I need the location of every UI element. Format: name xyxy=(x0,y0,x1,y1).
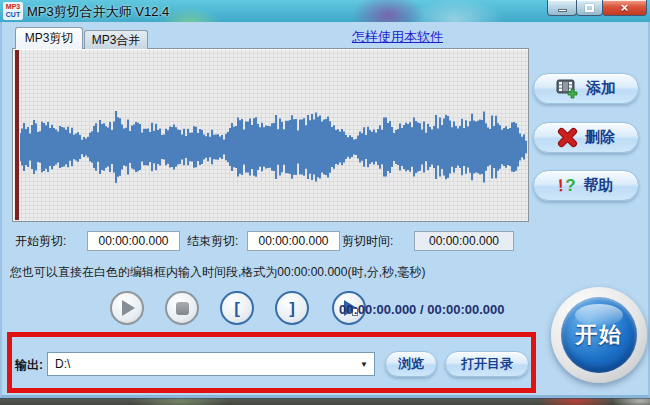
tab-mp3-cut[interactable]: MP3剪切 xyxy=(15,27,83,49)
cut-duration-field: 00:00:00.000 xyxy=(414,231,514,251)
stop-icon xyxy=(176,302,189,315)
open-directory-button-label: 打开目录 xyxy=(461,355,513,373)
help-icon: !? xyxy=(558,176,576,196)
start-cut-label: 开始剪切: xyxy=(15,233,66,250)
mark-start-button[interactable]: [ xyxy=(220,291,254,325)
start-cut-input[interactable] xyxy=(87,231,180,251)
waveform-path xyxy=(20,111,526,183)
mark-start-icon: [ xyxy=(234,300,240,317)
waveform-panel[interactable] xyxy=(12,48,529,222)
how-to-use-link[interactable]: 怎样使用本软件 xyxy=(352,28,443,46)
close-icon: × xyxy=(621,1,629,14)
desktop-background: MP3 CUT MP3剪切合并大师 V12.4 × MP3剪切 xyxy=(0,0,650,405)
mark-end-button[interactable]: ] xyxy=(275,291,309,325)
open-directory-button[interactable]: 打开目录 xyxy=(445,351,529,377)
play-icon xyxy=(122,300,135,316)
tab-mp3-merge-label: MP3合并 xyxy=(92,32,141,49)
title-bar: MP3 CUT MP3剪切合并大师 V12.4 × xyxy=(0,0,650,22)
maximize-icon xyxy=(585,4,594,12)
browse-button-label: 浏览 xyxy=(398,355,424,373)
delete-button[interactable]: 删除 xyxy=(533,122,639,153)
close-button[interactable]: × xyxy=(602,0,647,16)
question-icon: ? xyxy=(565,176,576,196)
end-cut-label: 结束剪切: xyxy=(187,233,238,250)
filmstrip-add-icon xyxy=(556,78,579,99)
app-icon-text-cut: CUT xyxy=(6,11,20,19)
hint-text: 您也可以直接在白色的编辑框内输入时间段,格式为00:00:00.000(时,分,… xyxy=(10,264,425,281)
red-x-icon xyxy=(557,127,578,148)
playhead-marker xyxy=(15,50,19,220)
minimize-icon xyxy=(558,9,567,12)
app-icon-text-mp3: MP3 xyxy=(6,3,20,11)
minimize-button[interactable] xyxy=(547,0,577,16)
output-path-value: D:\ xyxy=(48,357,354,371)
app-icon: MP3 CUT xyxy=(3,2,23,20)
tab-mp3-cut-label: MP3剪切 xyxy=(25,30,74,47)
help-button[interactable]: !? 帮助 xyxy=(533,170,639,201)
position-time-display: 00:00:00.000 / 00:00:00.000 xyxy=(339,302,505,317)
add-button-label: 添加 xyxy=(586,79,616,98)
dropdown-arrow-icon: ▼ xyxy=(354,353,374,375)
mark-end-icon: ] xyxy=(289,300,295,317)
delete-button-label: 删除 xyxy=(585,128,615,147)
add-button[interactable]: 添加 xyxy=(533,73,639,104)
window-controls: × xyxy=(548,0,647,16)
client-area: MP3剪切 MP3合并 怎样使用本软件 xyxy=(0,22,650,398)
output-path-combobox[interactable]: D:\ ▼ xyxy=(47,352,375,376)
stop-button[interactable] xyxy=(165,291,199,325)
maximize-button[interactable] xyxy=(576,0,603,16)
help-button-label: 帮助 xyxy=(584,176,614,195)
tab-mp3-merge[interactable]: MP3合并 xyxy=(84,30,148,49)
browse-button[interactable]: 浏览 xyxy=(385,351,437,377)
end-cut-input[interactable] xyxy=(247,231,340,251)
output-label: 输出: xyxy=(15,357,43,374)
cut-duration-label: 剪切时间: xyxy=(342,233,393,250)
waveform xyxy=(20,49,527,221)
start-button-face: 开始 xyxy=(561,297,637,373)
window-title: MP3剪切合并大师 V12.4 xyxy=(27,3,169,21)
play-button[interactable] xyxy=(110,291,144,325)
app-window: MP3 CUT MP3剪切合并大师 V12.4 × MP3剪切 xyxy=(0,0,650,398)
start-button[interactable]: 开始 xyxy=(551,287,647,383)
